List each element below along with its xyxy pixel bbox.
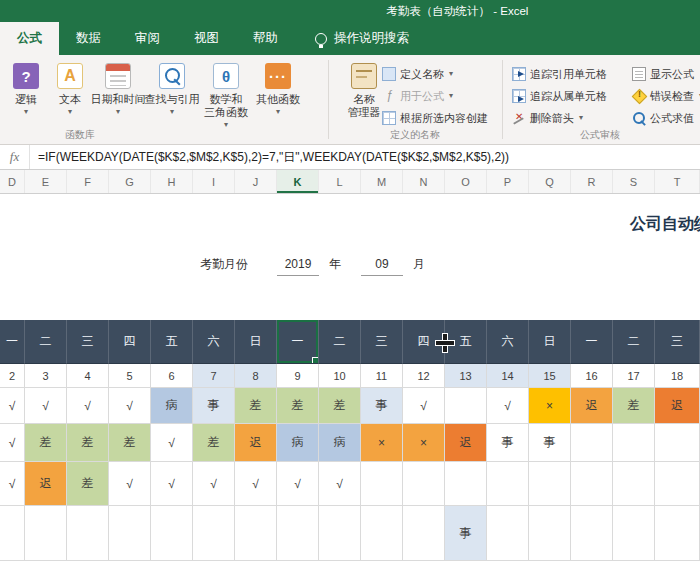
error-checking-button[interactable]: 错误检查 ▾: [632, 87, 700, 105]
cell-F4[interactable]: 三: [67, 320, 109, 364]
column-header-L[interactable]: L: [319, 170, 361, 193]
column-header-R[interactable]: R: [571, 170, 613, 193]
cell-R6[interactable]: 迟: [571, 388, 613, 424]
column-header-M[interactable]: M: [361, 170, 403, 193]
cell-L8[interactable]: √: [319, 462, 361, 506]
remove-arrows-button[interactable]: 删除箭头 ▾: [512, 109, 583, 127]
cell-J9[interactable]: [235, 506, 277, 561]
cell-L6[interactable]: 差: [319, 388, 361, 424]
cell-H5[interactable]: 6: [151, 364, 193, 388]
cell-M7[interactable]: ×: [361, 424, 403, 462]
cell-I4[interactable]: 六: [193, 320, 235, 364]
cell-S8[interactable]: [613, 462, 655, 506]
column-header-O[interactable]: O: [445, 170, 487, 193]
column-header-K[interactable]: K: [277, 170, 319, 193]
worksheet[interactable]: 公司自动统计 考勤月份 2019 年 09 月 一二三四五六日一二三四五六日一二…: [0, 194, 700, 561]
tab-review[interactable]: 审阅: [118, 22, 177, 55]
trace-dependents-button[interactable]: 追踪从属单元格: [512, 87, 607, 105]
cell-T4[interactable]: 三: [655, 320, 700, 364]
cell-F8[interactable]: 差: [67, 462, 109, 506]
cell-P8[interactable]: [487, 462, 529, 506]
evaluate-formula-button[interactable]: 公式求值: [632, 109, 694, 127]
cell-O7[interactable]: 迟: [445, 424, 487, 462]
column-header-D[interactable]: D: [0, 170, 25, 193]
cell-Q4[interactable]: 日: [529, 320, 571, 364]
formula-bar[interactable]: fx =IF(WEEKDAY(DATE($K$2,$M$2,K$5),2)=7,…: [0, 145, 700, 170]
cell-S7[interactable]: [613, 424, 655, 462]
cell-Q8[interactable]: [529, 462, 571, 506]
column-header-G[interactable]: G: [109, 170, 151, 193]
cell-K5[interactable]: 9: [277, 364, 319, 388]
cell-E4[interactable]: 二: [25, 320, 67, 364]
cell-G4[interactable]: 四: [109, 320, 151, 364]
cell-M6[interactable]: 事: [361, 388, 403, 424]
tab-help[interactable]: 帮助: [236, 22, 295, 55]
cell-H4[interactable]: 五: [151, 320, 193, 364]
cell-R5[interactable]: 16: [571, 364, 613, 388]
cell-F9[interactable]: [67, 506, 109, 561]
define-name-button[interactable]: 定义名称 ▾: [382, 65, 453, 83]
cell-S4[interactable]: 二: [613, 320, 655, 364]
cell-K8[interactable]: √: [277, 462, 319, 506]
cell-G8[interactable]: √: [109, 462, 151, 506]
cell-E9[interactable]: [25, 506, 67, 561]
cell-H8[interactable]: √: [151, 462, 193, 506]
cell-H7[interactable]: √: [151, 424, 193, 462]
cell-O9[interactable]: 事: [445, 506, 487, 561]
cell-H6[interactable]: 病: [151, 388, 193, 424]
cell-N7[interactable]: ×: [403, 424, 445, 462]
cell-O8[interactable]: [445, 462, 487, 506]
show-formulas-button[interactable]: 显示公式: [632, 65, 694, 83]
cell-L5[interactable]: 10: [319, 364, 361, 388]
cell-K6[interactable]: 差: [277, 388, 319, 424]
cell-I5[interactable]: 7: [193, 364, 235, 388]
month-unit-cell[interactable]: 月: [405, 252, 433, 276]
tab-data[interactable]: 数据: [59, 22, 118, 55]
cell-J8[interactable]: √: [235, 462, 277, 506]
cell-T5[interactable]: 18: [655, 364, 700, 388]
cell-I6[interactable]: 事: [193, 388, 235, 424]
cell-P4[interactable]: 六: [487, 320, 529, 364]
cell-P5[interactable]: 14: [487, 364, 529, 388]
cell-F6[interactable]: √: [67, 388, 109, 424]
cell-S5[interactable]: 17: [613, 364, 655, 388]
cell-J7[interactable]: 迟: [235, 424, 277, 462]
math-trig-button[interactable]: 数学和 三角函数 ▾: [196, 63, 256, 129]
cell-D9[interactable]: [0, 506, 25, 561]
column-header-E[interactable]: E: [25, 170, 67, 193]
year-value-cell[interactable]: 2019: [277, 252, 319, 276]
month-value-cell[interactable]: 09: [361, 252, 403, 276]
cell-Q9[interactable]: [529, 506, 571, 561]
cell-G7[interactable]: 差: [109, 424, 151, 462]
date-time-button[interactable]: 日期和时间 ▾: [90, 63, 146, 116]
cell-E5[interactable]: 3: [25, 364, 67, 388]
cell-S9[interactable]: [613, 506, 655, 561]
cell-T8[interactable]: [655, 462, 700, 506]
column-header-Q[interactable]: Q: [529, 170, 571, 193]
cell-Q7[interactable]: 事: [529, 424, 571, 462]
logic-button[interactable]: 逻辑 ▾: [6, 63, 46, 116]
cell-G6[interactable]: √: [109, 388, 151, 424]
cell-P7[interactable]: 事: [487, 424, 529, 462]
use-in-formula-button[interactable]: 用于公式 ▾: [382, 87, 453, 105]
cell-Q5[interactable]: 15: [529, 364, 571, 388]
cell-E7[interactable]: 差: [25, 424, 67, 462]
trace-precedents-button[interactable]: 追踪引用单元格: [512, 65, 607, 83]
cell-P6[interactable]: √: [487, 388, 529, 424]
cell-L7[interactable]: 病: [319, 424, 361, 462]
formula-input[interactable]: =IF(WEEKDAY(DATE($K$2,$M$2,K$5),2)=7,"日"…: [38, 149, 509, 166]
cell-I9[interactable]: [193, 506, 235, 561]
cell-M8[interactable]: [361, 462, 403, 506]
cell-K7[interactable]: 病: [277, 424, 319, 462]
cell-D4[interactable]: 一: [0, 320, 25, 364]
more-functions-button[interactable]: 其他函数 ▾: [252, 63, 304, 116]
lookup-reference-button[interactable]: 查找与引用 ▾: [141, 63, 203, 116]
create-from-selection-button[interactable]: 根据所选内容创建: [382, 109, 488, 127]
cell-I8[interactable]: √: [193, 462, 235, 506]
cell-N5[interactable]: 12: [403, 364, 445, 388]
column-header-N[interactable]: N: [403, 170, 445, 193]
cell-D6[interactable]: √: [0, 388, 25, 424]
column-header-P[interactable]: P: [487, 170, 529, 193]
cell-M4[interactable]: 三: [361, 320, 403, 364]
cell-I7[interactable]: 差: [193, 424, 235, 462]
